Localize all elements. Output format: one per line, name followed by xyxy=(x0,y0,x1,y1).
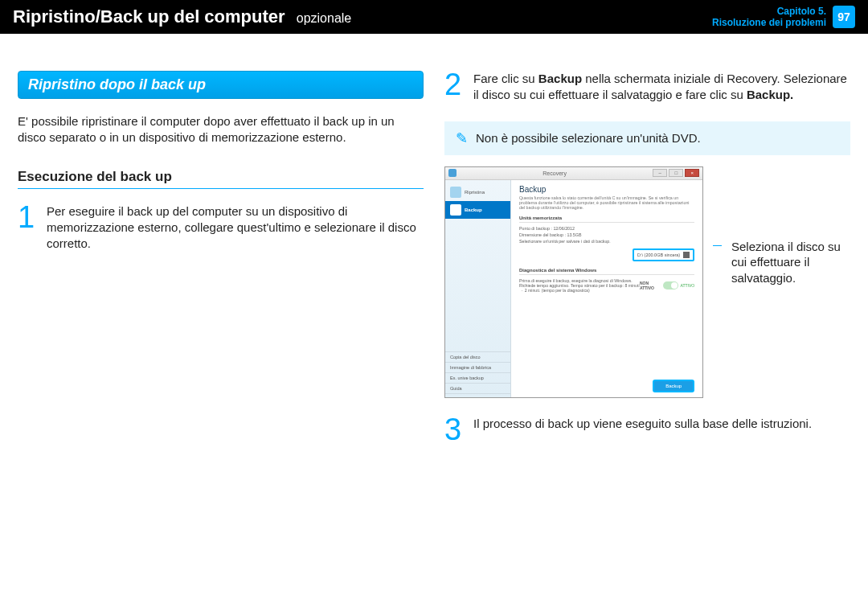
screenshot-with-callout: Recovery – □ × Ripristina xyxy=(444,166,850,398)
step-1-text: Per eseguire il back up del computer su … xyxy=(47,203,424,253)
maximize-button[interactable]: □ xyxy=(669,169,683,177)
step-2-text: Fare clic su Backup nella schermata iniz… xyxy=(473,71,850,104)
sidebar-item-disk-copy[interactable]: Copia del disco xyxy=(445,352,510,363)
page-header: Ripristino/Back up del computer opzional… xyxy=(0,0,868,34)
step2-bold-b: Backup. xyxy=(747,88,793,101)
section-saved-unit: Unità memorizzata xyxy=(519,216,694,223)
panel-footer: Backup xyxy=(519,375,694,392)
app-icon xyxy=(448,169,457,177)
disk-select-value: D:\ (200.0GB sincera) xyxy=(637,253,680,257)
step2-bold-a: Backup xyxy=(538,72,582,85)
close-button[interactable]: × xyxy=(685,169,699,177)
sidebar-label: Es. unive backup xyxy=(450,376,484,380)
page-title-main: Ripristino/Back up del computer xyxy=(13,6,285,27)
disk-select-row: D:\ (200.0GB sincera) xyxy=(519,248,694,261)
chapter-info: Capitolo 5. Risoluzione dei problemi 97 xyxy=(712,6,855,29)
sidebar-label: Immagine di fabbrica xyxy=(450,365,491,370)
select-drive-row: Selezionare un'unità per salvare i dati … xyxy=(519,239,694,244)
backup-size-row: Dimensione del backup : 13.5GB xyxy=(519,232,694,237)
left-column: Ripristino dopo il back up E' possibile … xyxy=(18,71,424,461)
disk-select-dropdown[interactable]: D:\ (200.0GB sincera) xyxy=(633,248,694,261)
sidebar-label: Backup xyxy=(465,207,482,212)
sidebar-item-backup-drive[interactable]: Es. unive backup xyxy=(445,373,510,384)
intro-paragraph: E' possibile ripristinare il computer do… xyxy=(18,113,424,146)
page-title-sub: opzionale xyxy=(297,11,352,25)
diagnostics-toggle-group: NON ATTIVO ATTIVO xyxy=(640,281,694,290)
right-column: 2 Fare clic su Backup nella schermata in… xyxy=(444,71,850,461)
step-3: 3 Il processo di back up viene eseguito … xyxy=(444,416,850,443)
note-icon: ✎ xyxy=(456,129,468,147)
step-number: 1 xyxy=(18,203,39,253)
callout-connector-line xyxy=(713,245,722,246)
diagnostics-toggle[interactable] xyxy=(663,281,678,290)
panel-title: Backup xyxy=(519,185,694,194)
step2-text-a: Fare clic su xyxy=(473,72,538,85)
sidebar: Ripristina Backup Copia del disco Immagi… xyxy=(445,180,511,397)
backup-button[interactable]: Backup xyxy=(653,380,694,392)
diagnostics-row: Prima di eseguire il backup, eseguire la… xyxy=(519,278,694,294)
minimize-button[interactable]: – xyxy=(653,169,667,177)
page-content: Ripristino dopo il back up E' possibile … xyxy=(0,34,868,477)
note-text: Non è possibile selezionare un'unità DVD… xyxy=(476,131,701,145)
step-3-text: Il processo di back up viene eseguito su… xyxy=(473,416,850,443)
chapter-name: Risoluzione dei problemi xyxy=(712,17,826,28)
section-diagnostics: Diagnostica del sistema Windows xyxy=(519,268,694,275)
panel-description: Questa funzione salva lo stato corrente … xyxy=(519,195,694,211)
sidebar-label: Guida xyxy=(450,386,462,391)
callout-text: Seleziona il disco su cui effettuare il … xyxy=(731,166,850,286)
subheading: Esecuzione del back up xyxy=(18,169,424,189)
backup-icon xyxy=(450,204,461,216)
step-1: 1 Per eseguire il back up del computer s… xyxy=(18,203,424,253)
step-number: 2 xyxy=(444,71,465,104)
page-title: Ripristino/Back up del computer opzional… xyxy=(13,6,351,27)
recovery-app-screenshot: Recovery – □ × Ripristina xyxy=(444,166,703,398)
diagnostics-text: Prima di eseguire il backup, eseguire la… xyxy=(519,278,640,294)
backup-point-row: Punto di backup : 12/06/2012 xyxy=(519,226,694,231)
toggle-on-label: ATTIVO xyxy=(681,283,695,288)
sidebar-item-factory-image[interactable]: Immagine di fabbrica xyxy=(445,363,510,373)
restore-icon xyxy=(450,187,461,198)
sidebar-label: Copia del disco xyxy=(450,355,481,359)
window-controls: – □ × xyxy=(653,169,699,177)
page-number-badge: 97 xyxy=(833,6,855,28)
main-panel: Backup Questa funzione salva lo stato co… xyxy=(511,180,702,397)
window-body: Ripristina Backup Copia del disco Immagi… xyxy=(445,180,702,397)
sidebar-item-help[interactable]: Guida xyxy=(445,384,510,394)
sidebar-item-backup[interactable]: Backup xyxy=(445,201,510,219)
note-box: ✎ Non è possibile selezionare un'unità D… xyxy=(444,121,850,155)
step-number: 3 xyxy=(444,416,465,443)
chapter-number: Capitolo 5. xyxy=(712,6,826,17)
chevron-down-icon xyxy=(683,252,690,258)
sidebar-item-restore[interactable]: Ripristina xyxy=(445,183,510,201)
step-2: 2 Fare clic su Backup nella schermata in… xyxy=(444,71,850,104)
section-title: Ripristino dopo il back up xyxy=(18,71,424,99)
window-titlebar: Recovery – □ × xyxy=(445,167,702,180)
window-title: Recovery xyxy=(457,170,653,176)
sidebar-label: Ripristina xyxy=(465,190,485,195)
sidebar-bottom-group: Copia del disco Immagine di fabbrica Es.… xyxy=(445,351,510,394)
toggle-off-label: NON ATTIVO xyxy=(640,281,661,290)
